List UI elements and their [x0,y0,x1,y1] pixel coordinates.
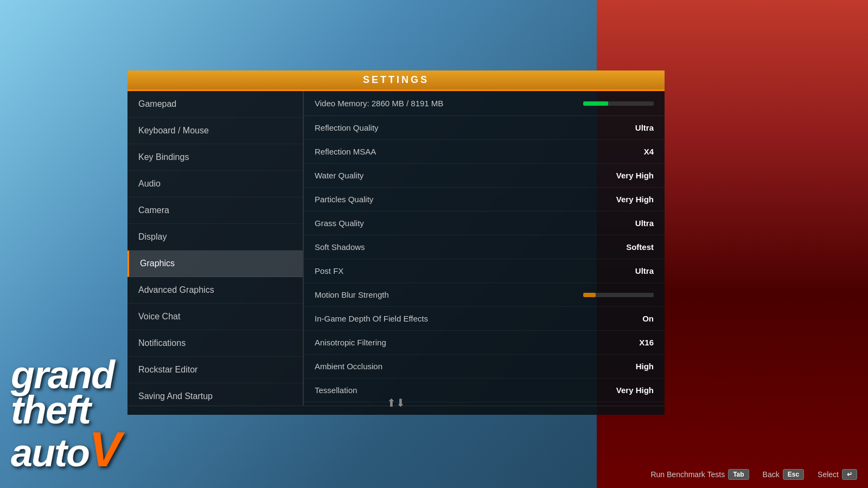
logo-line1: grand [11,357,120,393]
sidebar-item-gamepad[interactable]: Gamepad [127,91,303,118]
setting-row-anisotropic-filtering[interactable]: Anisotropic Filtering X16 [304,331,665,355]
motion-blur-fill [583,293,596,297]
setting-value-anisotropic-filtering: X16 [639,338,654,347]
sidebar-item-display[interactable]: Display [127,224,303,251]
setting-value-reflection-quality: Ultra [635,123,654,132]
setting-label-water-quality: Water Quality [315,171,363,180]
settings-panel: SETTINGS GamepadKeyboard / MouseKey Bind… [127,70,665,415]
setting-row-soft-shadows[interactable]: Soft Shadows Softest [304,235,665,259]
setting-row-water-quality[interactable]: Water Quality Very High [304,164,665,188]
setting-row-reflection-quality[interactable]: Reflection Quality Ultra [304,116,665,140]
settings-title: SETTINGS [363,74,429,86]
setting-row-reflection-msaa[interactable]: Reflection MSAA X4 [304,140,665,164]
setting-label-tessellation: Tessellation [315,386,357,395]
action-label-select: Select [818,470,839,479]
video-memory-label: Video Memory: 2860 MB / 8191 MB [315,99,443,108]
sidebar-item-key-bindings[interactable]: Key Bindings [127,144,303,171]
setting-label-particles-quality: Particles Quality [315,195,373,204]
setting-value-grass-quality: Ultra [635,219,654,228]
settings-header: SETTINGS [127,70,665,91]
setting-row-ambient-occlusion[interactable]: Ambient Occlusion High [304,355,665,378]
bottom-action-back[interactable]: Back Esc [763,469,804,480]
bottom-bar: Run Benchmark Tests Tab Back Esc Select … [0,461,868,488]
setting-row-particles-quality[interactable]: Particles Quality Very High [304,188,665,211]
gta-logo: grand theft autoV [11,357,120,472]
sidebar-item-graphics[interactable]: Graphics [127,251,303,277]
sidebar-item-camera[interactable]: Camera [127,197,303,224]
setting-label-in-game-dof: In-Game Depth Of Field Effects [315,314,428,323]
sidebar-item-voice-chat[interactable]: Voice Chat [127,304,303,330]
video-memory-fill [583,101,608,106]
key-badge-back: Esc [783,469,804,480]
video-memory-row: Video Memory: 2860 MB / 8191 MB [304,91,665,116]
setting-value-in-game-dof: On [642,314,654,323]
bottom-action-select[interactable]: Select ↵ [818,469,857,480]
setting-row-post-fx[interactable]: Post FX Ultra [304,259,665,283]
settings-content: Video Memory: 2860 MB / 8191 MB Reflecti… [304,91,665,406]
sidebar-item-advanced-graphics[interactable]: Advanced Graphics [127,277,303,304]
setting-label-soft-shadows: Soft Shadows [315,242,365,252]
settings-body: GamepadKeyboard / MouseKey BindingsAudio… [127,91,665,406]
key-badge-benchmark: Tab [728,469,749,480]
setting-value-particles-quality: Very High [616,195,654,204]
settings-footer: ⬆⬇ [127,406,665,415]
action-label-benchmark: Run Benchmark Tests [650,470,725,479]
bottom-action-benchmark[interactable]: Run Benchmark Tests Tab [650,469,749,480]
setting-value-ambient-occlusion: High [636,362,654,371]
setting-row-grass-quality[interactable]: Grass Quality Ultra [304,211,665,235]
motion-blur-bar [583,293,654,297]
settings-nav: GamepadKeyboard / MouseKey BindingsAudio… [127,91,304,406]
motion-blur-row[interactable]: Motion Blur Strength [304,283,665,307]
sidebar-item-audio[interactable]: Audio [127,171,303,197]
setting-value-water-quality: Very High [616,171,654,180]
sidebar-item-keyboard-mouse[interactable]: Keyboard / Mouse [127,118,303,144]
setting-row-in-game-dof[interactable]: In-Game Depth Of Field Effects On [304,307,665,331]
sidebar-item-rockstar-editor[interactable]: Rockstar Editor [127,357,303,383]
setting-label-anisotropic-filtering: Anisotropic Filtering [315,338,386,347]
key-badge-select: ↵ [842,469,857,480]
setting-label-reflection-msaa: Reflection MSAA [315,147,376,156]
setting-label-reflection-quality: Reflection Quality [315,123,379,132]
action-label-back: Back [763,470,780,479]
video-memory-bar [583,101,654,106]
scroll-indicator: ⬆⬇ [387,396,405,409]
motion-blur-label: Motion Blur Strength [315,290,389,299]
setting-label-post-fx: Post FX [315,266,343,275]
setting-value-post-fx: Ultra [635,266,654,275]
setting-value-soft-shadows: Softest [626,242,654,252]
setting-value-tessellation: Very High [616,386,654,395]
sidebar-item-notifications[interactable]: Notifications [127,330,303,357]
settings-rows: Reflection Quality Ultra Reflection MSAA… [304,116,665,402]
setting-row-tessellation[interactable]: Tessellation Very High [304,378,665,402]
setting-label-ambient-occlusion: Ambient Occlusion [315,362,382,371]
setting-label-grass-quality: Grass Quality [315,219,364,228]
setting-value-reflection-msaa: X4 [644,147,654,156]
